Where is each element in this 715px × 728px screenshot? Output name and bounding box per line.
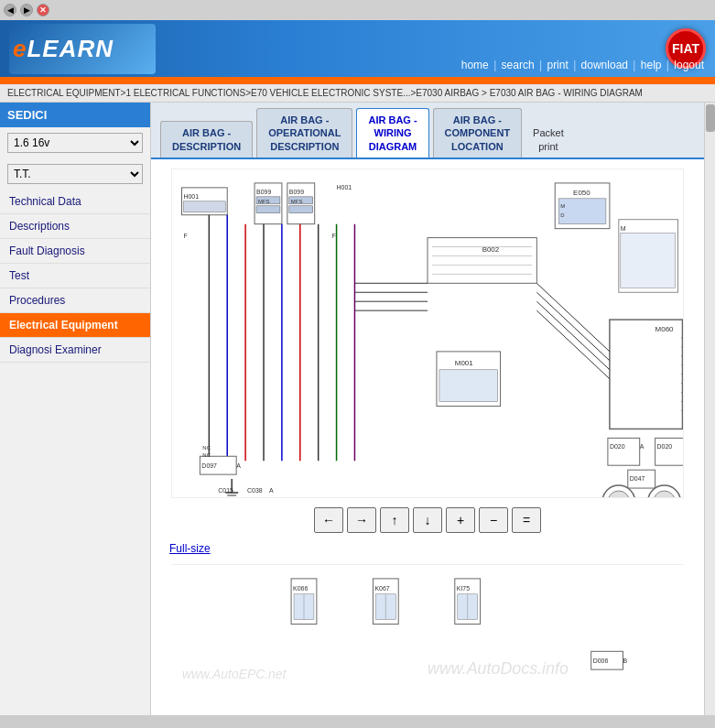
- svg-rect-6: [256, 206, 280, 213]
- svg-text:B099: B099: [256, 189, 271, 195]
- svg-text:A: A: [640, 443, 645, 450]
- svg-rect-42: [610, 320, 683, 429]
- sidebar-item-fault-diagnosis[interactable]: Fault Diagnosis: [0, 239, 150, 264]
- svg-text:D020: D020: [610, 443, 625, 450]
- btn-left[interactable]: ←: [314, 507, 343, 533]
- svg-rect-2: [183, 201, 225, 212]
- svg-line-70: [536, 301, 610, 370]
- svg-text:A: A: [236, 462, 241, 469]
- svg-text:E050: E050: [573, 189, 590, 197]
- print-link[interactable]: print: [547, 59, 568, 71]
- home-link[interactable]: home: [461, 59, 489, 71]
- svg-rect-41: [439, 370, 498, 402]
- sidebar-item-descriptions[interactable]: Descriptions: [0, 214, 150, 239]
- svg-line-71: [536, 310, 610, 379]
- full-size-link[interactable]: Full-size: [169, 542, 695, 555]
- main-layout: SEDICI 1.6 16v T.T. Technical Data Descr…: [0, 103, 715, 715]
- svg-text:NC: NC: [202, 445, 211, 451]
- svg-text:D: D: [560, 212, 565, 218]
- nav-buttons: ← → ↑ ↓ + − =: [160, 507, 695, 533]
- sidebar-item-diagnosi-examiner[interactable]: Diagnosi Examiner: [0, 338, 150, 363]
- svg-text:M: M: [621, 225, 626, 232]
- wiring-diagram-bottom: K066 K067 KI75 D006 B: [171, 564, 684, 692]
- scrollbar[interactable]: [704, 103, 715, 715]
- tab-bar: AIR BAG -DESCRIPTION AIR BAG -OPERATIONA…: [151, 103, 704, 159]
- sidebar: SEDICI 1.6 16v T.T. Technical Data Descr…: [0, 103, 151, 715]
- svg-text:www.AutoEPC.net: www.AutoEPC.net: [182, 667, 287, 681]
- variant-dropdown[interactable]: T.T.: [7, 164, 143, 184]
- btn-zoom-out[interactable]: −: [479, 507, 508, 533]
- svg-text:M060: M060: [655, 325, 674, 333]
- svg-text:MFS: MFS: [291, 199, 303, 204]
- svg-text:F: F: [332, 232, 336, 238]
- sidebar-item-procedures[interactable]: Procedures: [0, 288, 150, 313]
- svg-text:C038: C038: [247, 487, 263, 494]
- tab-component[interactable]: AIR BAG -COMPONENTLOCATION: [433, 108, 523, 158]
- sidebar-title: SEDICI: [0, 103, 150, 127]
- svg-text:D006: D006: [593, 657, 609, 664]
- search-link[interactable]: search: [502, 59, 535, 71]
- nav-links: home | search | print | download | help …: [460, 59, 706, 71]
- tab-wiring[interactable]: AIR BAG -WIRINGDIAGRAM: [356, 108, 428, 158]
- help-link[interactable]: help: [641, 59, 662, 71]
- svg-text:MFS: MFS: [258, 199, 270, 204]
- btn-down[interactable]: ↓: [413, 507, 442, 533]
- logout-link[interactable]: logout: [674, 59, 704, 71]
- svg-rect-21: [621, 234, 676, 288]
- svg-text:KI75: KI75: [457, 585, 470, 592]
- svg-text:H001: H001: [337, 184, 352, 190]
- svg-text:F: F: [183, 232, 187, 238]
- svg-line-69: [536, 292, 610, 361]
- svg-text:D047: D047: [630, 475, 645, 482]
- tab-packet[interactable]: Packetprint: [525, 122, 571, 158]
- svg-text:NC: NC: [202, 452, 211, 458]
- tab-description[interactable]: AIR BAG -DESCRIPTION: [160, 121, 253, 158]
- wiring-diagram: H001 B099 MFS B099 MFS H001: [171, 168, 684, 498]
- svg-text:M: M: [560, 203, 565, 209]
- header: eLEARN FIAT home | search | print | down…: [0, 20, 715, 77]
- logo-area: eLEARN: [9, 24, 163, 74]
- svg-line-68: [536, 283, 610, 352]
- tab-operational[interactable]: AIR BAG -OPERATIONALDESCRIPTION: [256, 108, 352, 158]
- svg-rect-16: [558, 199, 606, 224]
- breadcrumb: ELECTRICAL EQUIPMENT>1 ELECTRICAL FUNCTI…: [0, 84, 715, 103]
- svg-text:B: B: [623, 657, 627, 664]
- model-dropdown[interactable]: 1.6 16v: [7, 133, 143, 153]
- svg-text:B099: B099: [289, 189, 304, 195]
- sidebar-item-technical-data[interactable]: Technical Data: [0, 190, 150, 214]
- svg-text:D020: D020: [657, 443, 673, 450]
- btn-right[interactable]: →: [347, 507, 376, 533]
- svg-text:B002: B002: [482, 244, 500, 253]
- svg-text:M001: M001: [455, 359, 473, 367]
- btn-zoom-in[interactable]: +: [446, 507, 475, 533]
- svg-rect-44: [608, 438, 640, 465]
- svg-text:D097: D097: [201, 462, 217, 469]
- btn-up[interactable]: ↑: [380, 507, 409, 533]
- content-area: AIR BAG -DESCRIPTION AIR BAG -OPERATIONA…: [151, 103, 704, 715]
- back-button[interactable]: ◀: [4, 4, 16, 16]
- forward-button[interactable]: ▶: [20, 4, 33, 16]
- close-button[interactable]: ✕: [37, 4, 49, 16]
- svg-text:H001: H001: [183, 193, 199, 200]
- svg-text:www.AutoDocs.info: www.AutoDocs.info: [428, 659, 569, 678]
- diagram-area: H001 B099 MFS B099 MFS H001: [151, 159, 704, 701]
- svg-text:K066: K066: [293, 585, 308, 592]
- svg-text:K067: K067: [374, 585, 389, 592]
- svg-rect-47: [655, 438, 684, 465]
- sidebar-item-electrical-equipment[interactable]: Electrical Equipment: [0, 313, 150, 338]
- btn-fit[interactable]: =: [512, 507, 541, 533]
- orange-bar: [0, 77, 715, 84]
- download-link[interactable]: download: [581, 59, 628, 71]
- sidebar-item-test[interactable]: Test: [0, 264, 150, 288]
- svg-text:A: A: [269, 487, 274, 494]
- svg-rect-11: [289, 206, 313, 213]
- title-bar: ◀ ▶ ✕: [0, 0, 715, 20]
